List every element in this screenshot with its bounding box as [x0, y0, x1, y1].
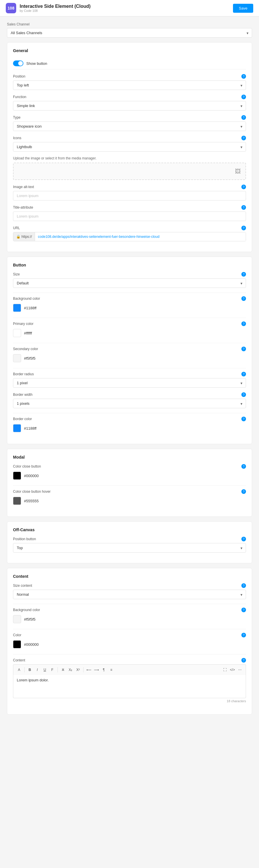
content-text: Lorem ipsum dolor. — [17, 678, 49, 682]
offcanvas-position-group: Position button ? Top — [13, 537, 246, 553]
main-content: Sales Channel All Sales Channels General… — [0, 17, 259, 720]
size-content-help-icon[interactable]: ? — [241, 583, 246, 588]
function-help-icon[interactable]: ? — [241, 95, 246, 99]
close-btn-hover-color-label: Color close button hover — [13, 490, 51, 494]
show-button-toggle[interactable] — [13, 60, 24, 66]
modal-title: Modal — [13, 455, 246, 460]
toolbar-btn-outdent[interactable]: ⟵ — [85, 666, 92, 673]
image-alt-group: Image alt-text ? — [13, 185, 246, 200]
close-btn-color-help-icon[interactable]: ? — [241, 464, 246, 469]
type-label: Type — [13, 116, 21, 120]
title-attr-group: Title-attribute ? — [13, 205, 246, 221]
url-help-icon[interactable]: ? — [241, 226, 246, 230]
border-width-label: Border width — [13, 393, 32, 397]
offcanvas-position-select[interactable]: Top — [13, 543, 246, 553]
border-width-help-icon[interactable]: ? — [241, 392, 246, 397]
primary-color-swatch[interactable] — [13, 329, 21, 337]
sales-channel-select[interactable]: All Sales Channels — [7, 28, 252, 38]
toolbar-btn-fullscreen[interactable]: ⛶ — [221, 666, 228, 673]
icons-group: Icons ? Lightbulb — [13, 136, 246, 152]
toolbar-btn-a[interactable]: A — [15, 666, 23, 673]
content-editor-help-icon[interactable]: ? — [241, 658, 246, 662]
toolbar-btn-source[interactable]: </> — [229, 666, 236, 673]
save-button[interactable]: Save — [233, 4, 253, 13]
size-content-label-row: Size content ? — [13, 583, 246, 588]
size-content-label: Size content — [13, 584, 32, 588]
toolbar-btn-sup[interactable]: X² — [74, 666, 82, 673]
offcanvas-position-help-icon[interactable]: ? — [241, 537, 246, 541]
toolbar-btn-list[interactable]: ≡ — [108, 666, 115, 673]
content-color-label-row: Color ? — [13, 633, 246, 638]
icons-help-icon[interactable]: ? — [241, 136, 246, 140]
primary-color-help-icon[interactable]: ? — [241, 321, 246, 326]
close-btn-hover-color-swatch[interactable] — [13, 497, 21, 505]
type-group: Type ? Shopware icon — [13, 115, 246, 131]
type-help-icon[interactable]: ? — [241, 115, 246, 120]
toolbar-btn-paragraph[interactable]: ¶ — [100, 666, 107, 673]
border-color-help-icon[interactable]: ? — [241, 416, 246, 421]
toolbar-btn-indent[interactable]: ⟶ — [93, 666, 100, 673]
primary-color-label-row: Primary color ? — [13, 321, 246, 326]
type-label-row: Type ? — [13, 115, 246, 120]
border-width-group: Border width ? 1 pixels — [13, 392, 246, 408]
toolbar-btn-underline[interactable]: U — [41, 666, 48, 673]
image-alt-input[interactable] — [13, 191, 246, 200]
icons-label-row: Icons ? — [13, 136, 246, 140]
bg-color-swatch[interactable] — [13, 304, 21, 312]
divider-6 — [13, 486, 246, 486]
modal-card: Modal Color close button ? #000000 Color… — [7, 449, 252, 517]
border-radius-help-icon[interactable]: ? — [241, 372, 246, 376]
close-btn-color-swatch[interactable] — [13, 472, 21, 480]
toolbar-btn-bold[interactable]: B — [26, 666, 33, 673]
content-color-help-icon[interactable]: ? — [241, 633, 246, 638]
border-radius-label-row: Border radius ? — [13, 372, 246, 376]
toolbar-btn-italic[interactable]: I — [34, 666, 41, 673]
button-size-select[interactable]: Default — [13, 278, 246, 288]
close-btn-color-label-row: Color close button ? — [13, 464, 246, 469]
content-bg-color-label: Background color — [13, 608, 40, 612]
upload-group: Upload the image or select it from the m… — [13, 156, 246, 180]
size-content-select[interactable]: Normal — [13, 590, 246, 599]
type-select[interactable]: Shopware icon — [13, 122, 246, 131]
bg-color-help-icon[interactable]: ? — [241, 296, 246, 301]
upload-icon: 🖼 — [235, 168, 241, 175]
position-select[interactable]: Top left — [13, 81, 246, 90]
icons-select[interactable]: Lightbulb — [13, 142, 246, 152]
content-bg-color-label-row: Background color ? — [13, 608, 246, 612]
offcanvas-card: Off-Canvas Position button ? Top — [7, 521, 252, 563]
title-attr-help-icon[interactable]: ? — [241, 205, 246, 210]
border-width-select[interactable]: 1 pixels — [13, 399, 246, 408]
close-btn-hover-color-help-icon[interactable]: ? — [241, 489, 246, 494]
divider-4 — [13, 368, 246, 368]
content-bg-color-help-icon[interactable]: ? — [241, 608, 246, 612]
secondary-color-group: Secondary color ? #f5f5f5 — [13, 347, 246, 363]
button-title: Button — [13, 263, 246, 267]
position-group: Position ? Top left — [13, 74, 246, 90]
offcanvas-position-select-wrapper: Top — [13, 543, 246, 553]
toolbar-btn-more[interactable]: ⋯ — [236, 666, 244, 673]
function-select[interactable]: Simple link — [13, 101, 246, 111]
position-help-icon[interactable]: ? — [241, 74, 246, 79]
button-size-label: Size — [13, 272, 20, 276]
border-color-swatch[interactable] — [13, 424, 21, 432]
title-attr-input[interactable] — [13, 212, 246, 221]
content-editor-group: Content ? A B I U F X X₂ X² ⟵ ⟶ ¶ ≡ ⛶ — [13, 658, 246, 704]
toolbar-btn-sub[interactable]: X₂ — [67, 666, 74, 673]
url-label: URL — [13, 226, 20, 230]
close-btn-color-group: Color close button ? #000000 — [13, 464, 246, 481]
secondary-color-swatch[interactable] — [13, 354, 21, 362]
url-input[interactable] — [35, 232, 246, 241]
content-area[interactable]: Lorem ipsum dolor. — [13, 675, 246, 698]
content-bg-color-swatch[interactable] — [13, 615, 21, 623]
border-radius-select[interactable]: 1 pixel — [13, 378, 246, 388]
secondary-color-help-icon[interactable]: ? — [241, 347, 246, 351]
offcanvas-position-label-row: Position button ? — [13, 537, 246, 541]
offcanvas-position-label: Position button — [13, 537, 36, 541]
button-size-help-icon[interactable]: ? — [241, 272, 246, 277]
function-group: Function ? Simple link — [13, 95, 246, 111]
image-alt-help-icon[interactable]: ? — [241, 185, 246, 189]
toolbar-btn-strike[interactable]: X — [60, 666, 66, 673]
content-color-swatch[interactable] — [13, 640, 21, 648]
upload-area[interactable]: 🖼 — [13, 163, 246, 180]
toolbar-btn-font[interactable]: F — [49, 666, 56, 673]
